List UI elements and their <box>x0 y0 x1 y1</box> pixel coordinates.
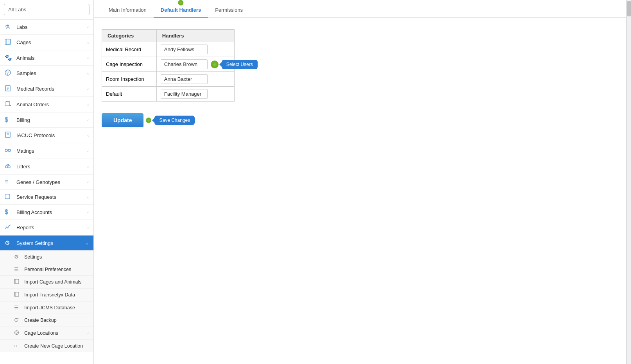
sidebar-litters-label: Litters <box>16 164 87 170</box>
svg-rect-10 <box>5 102 10 106</box>
sidebar-item-genes[interactable]: ≡ Genes / Genotypes ‹ <box>0 175 93 190</box>
handlers-table: Categories Handlers Medical Record Cage <box>102 29 235 102</box>
sub-item-import-transnetyx[interactable]: Import Transnetyx Data <box>0 289 93 302</box>
system-settings-icon: ⚙ <box>5 239 13 246</box>
save-changes-bubble: Save Changes <box>154 116 195 125</box>
sub-item-personal-preferences[interactable]: ☰ Personal Preferences <box>0 263 93 276</box>
chevron-right-icon: ‹ <box>87 225 89 230</box>
import-transnetyx-icon <box>14 292 21 298</box>
select-users-bubble: Select Users <box>222 60 258 69</box>
sidebar-animals-label: Animals <box>16 55 87 61</box>
iacuc-icon <box>5 132 13 139</box>
sidebar-item-samples[interactable]: Samples ‹ <box>0 66 93 81</box>
backup-icon <box>14 317 21 323</box>
svg-point-15 <box>5 149 7 152</box>
medical-records-icon <box>5 85 13 93</box>
samples-icon <box>5 70 13 77</box>
col-handlers: Handlers <box>156 30 234 42</box>
settings-sub-icon: ⚙ <box>14 254 21 260</box>
sub-cage-locations-label: Cage Locations <box>24 330 58 336</box>
genes-icon: ≡ <box>5 178 13 186</box>
sub-item-settings[interactable]: ⚙ Settings <box>0 251 93 263</box>
chevron-right-icon: ‹ <box>87 102 89 107</box>
category-cell: Cage Inspection <box>102 57 157 72</box>
sidebar-system-settings-label: System Settings <box>16 240 85 246</box>
cage-locations-icon <box>14 330 21 336</box>
chevron-right-icon: ‹ <box>87 55 89 60</box>
sidebar-item-billing-accounts[interactable]: $ Billing Accounts ‹ <box>0 205 93 220</box>
sidebar-service-label: Service Requests <box>16 194 87 200</box>
sidebar-item-litters[interactable]: Litters ‹ <box>0 159 93 175</box>
billing-icon: $ <box>5 116 13 123</box>
sidebar-item-labs[interactable]: ⚗ Labs ‹ <box>0 20 93 35</box>
sidebar-search-container <box>0 0 93 20</box>
sub-item-cage-locations[interactable]: Cage Locations ‹ <box>0 327 93 340</box>
reports-icon <box>5 224 13 231</box>
svg-point-16 <box>8 149 11 152</box>
sidebar-item-medical-records[interactable]: Medical Records ‹ <box>0 81 93 97</box>
scrollbar[interactable] <box>626 0 631 364</box>
sidebar-iacuc-label: IACUC Protocols <box>16 132 87 138</box>
sidebar-cages-label: Cages <box>16 39 87 45</box>
sub-item-import-cages[interactable]: Import Cages and Animals <box>0 276 93 289</box>
sidebar-samples-label: Samples <box>16 70 87 76</box>
sidebar-item-cages[interactable]: Cages ‹ <box>0 35 93 50</box>
tab-permissions[interactable]: Permissions <box>208 3 250 18</box>
content-area: Categories Handlers Medical Record Cage <box>94 18 631 364</box>
sidebar-item-animal-orders[interactable]: Animal Orders ‹ <box>0 97 93 112</box>
handler-input-room[interactable] <box>161 74 208 84</box>
tab-main-information[interactable]: Main Information <box>102 3 154 18</box>
svg-rect-0 <box>5 39 11 45</box>
tabs-container: Main Information Default Handlers Defaul… <box>94 0 631 18</box>
sidebar-orders-label: Animal Orders <box>16 102 87 107</box>
update-button[interactable]: Update <box>102 113 143 127</box>
category-cell: Default <box>102 87 157 102</box>
handler-input-medical[interactable] <box>161 45 208 54</box>
chevron-right-icon: ‹ <box>87 71 89 76</box>
sidebar-item-system-settings[interactable]: ⚙ System Settings ⌄ <box>0 236 93 251</box>
chevron-down-icon: ⌄ <box>85 241 89 246</box>
sidebar-item-service-requests[interactable]: Service Requests ‹ <box>0 190 93 205</box>
handler-input-default[interactable] <box>161 89 208 99</box>
sub-import-transnetyx-label: Import Transnetyx Data <box>24 292 75 298</box>
sidebar-item-label: Labs <box>16 24 87 30</box>
sub-preferences-label: Personal Preferences <box>24 267 71 272</box>
sidebar-item-billing[interactable]: $ Billing ‹ <box>0 112 93 128</box>
category-cell: Medical Record <box>102 42 157 57</box>
sidebar-reports-label: Reports <box>16 225 87 230</box>
chevron-right-icon: ‹ <box>87 149 89 153</box>
tooltip-indicator-dot <box>178 0 183 5</box>
chevron-right-icon: ‹ <box>87 25 89 29</box>
sub-item-import-jcms[interactable]: ☰ Import JCMS Database <box>0 302 93 314</box>
sidebar-item-matings[interactable]: Matings ‹ <box>0 143 93 159</box>
sub-item-create-backup[interactable]: Create Backup <box>0 314 93 327</box>
sub-item-create-cage-location[interactable]: ○ Create New Cage Location <box>0 340 93 352</box>
animal-orders-icon <box>5 101 13 108</box>
handler-input-cage[interactable] <box>161 59 208 69</box>
tab-default-handlers[interactable]: Default Handlers Default Handlers <box>154 3 208 18</box>
table-row: Default <box>102 87 235 102</box>
handler-cell <box>156 42 234 57</box>
sidebar-medical-label: Medical Records <box>16 86 87 92</box>
sub-import-jcms-label: Import JCMS Database <box>24 305 75 310</box>
all-labs-input[interactable] <box>4 4 90 15</box>
sidebar-item-animals[interactable]: 🐾 Animals ‹ <box>0 50 93 66</box>
svg-point-11 <box>9 105 11 106</box>
sidebar-billing-label: Billing <box>16 117 87 123</box>
table-row: Medical Record <box>102 42 235 57</box>
chevron-right-icon: ‹ <box>87 210 89 214</box>
main-content: Main Information Default Handlers Defaul… <box>94 0 631 364</box>
import-cages-icon <box>14 279 21 285</box>
handler-cell: Select Users <box>156 57 234 72</box>
cage-locations-chevron: ‹ <box>88 331 89 335</box>
matings-icon <box>5 147 13 155</box>
chevron-right-icon: ‹ <box>87 118 89 122</box>
sidebar-item-iacuc[interactable]: IACUC Protocols ‹ <box>0 128 93 143</box>
table-row: Room Inspection <box>102 72 235 87</box>
chevron-right-icon: ‹ <box>87 87 89 91</box>
chevron-right-icon: ‹ <box>87 180 89 184</box>
category-cell: Room Inspection <box>102 72 157 87</box>
import-jcms-icon: ☰ <box>14 305 21 310</box>
scroll-thumb[interactable] <box>627 1 631 16</box>
sidebar-item-reports[interactable]: Reports ‹ <box>0 220 93 236</box>
